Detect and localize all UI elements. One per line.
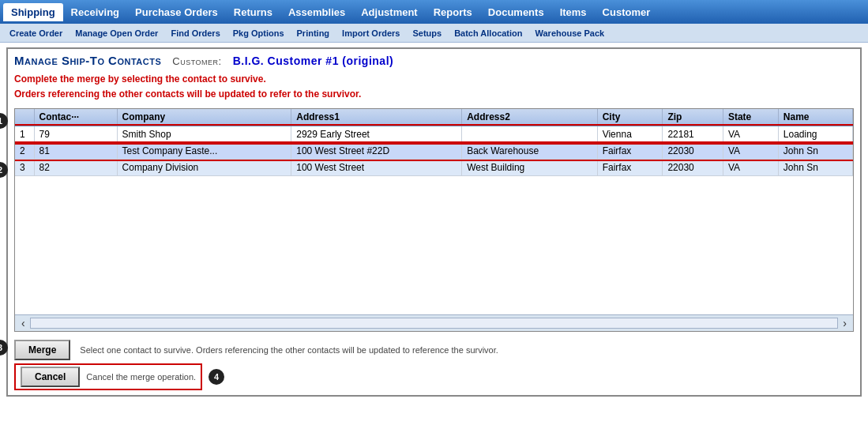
- row2-state: VA: [723, 143, 778, 160]
- col-state: State: [723, 109, 778, 126]
- row2-num: 2: [15, 143, 34, 160]
- col-num: [15, 109, 34, 126]
- subnav-printing[interactable]: Printing: [291, 27, 336, 40]
- merge-row: Merge Select one contact to survive. Ord…: [14, 340, 854, 360]
- annotation-1: 1: [0, 113, 8, 129]
- nav-purchase-orders[interactable]: Purchase Orders: [127, 3, 226, 21]
- row3-num: 3: [15, 160, 34, 176]
- row3-address1: 100 West Street: [291, 160, 462, 176]
- scroll-left-arrow[interactable]: ‹: [18, 317, 28, 329]
- top-nav: Shipping Receiving Purchase Orders Retur…: [0, 0, 868, 24]
- table-row[interactable]: 3 82 Company Division 100 West Street We…: [15, 160, 853, 176]
- row3-state: VA: [723, 160, 778, 176]
- subnav-warehouse-pack[interactable]: Warehouse Pack: [529, 27, 611, 40]
- horizontal-scrollbar[interactable]: [30, 318, 839, 329]
- page-title-text: Manage Ship-To Contacts: [14, 54, 161, 67]
- nav-assemblies[interactable]: Assemblies: [280, 3, 353, 21]
- customer-label: Customer:: [172, 55, 221, 67]
- main-content: Manage Ship-To Contacts Customer: B.I.G.…: [6, 47, 862, 397]
- col-zip: Zip: [663, 109, 723, 126]
- nav-customer[interactable]: Customer: [595, 3, 659, 21]
- row3-address2: West Building: [462, 160, 598, 176]
- page-title: Manage Ship-To Contacts Customer: B.I.G.…: [14, 54, 854, 67]
- row1-name: Loading: [778, 126, 852, 143]
- col-company: Company: [117, 109, 291, 126]
- col-address2: Address2: [462, 109, 598, 126]
- row2-zip: 22030: [663, 143, 723, 160]
- row3-contact: 82: [34, 160, 117, 176]
- row1-address1: 2929 Early Street: [291, 126, 462, 143]
- contacts-table: Contac··· Company Address1 Address2 City…: [15, 109, 853, 176]
- subnav-find-orders[interactable]: Find Orders: [164, 27, 226, 40]
- annotation-3: 3: [0, 340, 8, 356]
- row2-contact: 81: [34, 143, 117, 160]
- row2-company: Test Company Easte...: [117, 143, 291, 160]
- instruction-line2: Orders referencing the other contacts wi…: [14, 87, 854, 102]
- row3-name: John Sn: [778, 160, 852, 176]
- instruction-line1: Complete the merge by selecting the cont…: [14, 72, 854, 87]
- merge-help-text: Select one contact to survive. Orders re…: [80, 345, 498, 355]
- subnav-manage-open-order[interactable]: Manage Open Order: [69, 27, 164, 40]
- nav-documents[interactable]: Documents: [480, 3, 552, 21]
- row2-address2: Back Warehouse: [462, 143, 598, 160]
- subnav-import-orders[interactable]: Import Orders: [336, 27, 406, 40]
- row1-state: VA: [723, 126, 778, 143]
- row2-address1: 100 West Street #22D: [291, 143, 462, 160]
- scroll-right-arrow[interactable]: ›: [840, 317, 850, 329]
- row3-city: Fairfax: [597, 160, 663, 176]
- row3-company: Company Division: [117, 160, 291, 176]
- sub-nav: Create Order Manage Open Order Find Orde…: [0, 24, 868, 43]
- row1-address2: [462, 126, 598, 143]
- row2-city: Fairfax: [597, 143, 663, 160]
- col-name: Name: [778, 109, 852, 126]
- row2-name: John Sn: [778, 143, 852, 160]
- row1-contact: 79: [34, 126, 117, 143]
- nav-receiving[interactable]: Receiving: [63, 3, 127, 21]
- cancel-help-text: Cancel the merge operation.: [86, 372, 196, 382]
- row1-zip: 22181: [663, 126, 723, 143]
- subnav-setups[interactable]: Setups: [406, 27, 448, 40]
- annotation-2: 2: [0, 162, 8, 178]
- table-row[interactable]: 2 81 Test Company Easte... 100 West Stre…: [15, 143, 853, 160]
- nav-shipping[interactable]: Shipping: [3, 3, 63, 21]
- table-row[interactable]: 1 79 Smith Shop 2929 Early Street Vienna…: [15, 126, 853, 143]
- col-city: City: [597, 109, 663, 126]
- scroll-footer: ‹ ›: [15, 314, 853, 331]
- nav-returns[interactable]: Returns: [226, 3, 280, 21]
- table-header-row: Contac··· Company Address1 Address2 City…: [15, 109, 853, 126]
- row3-zip: 22030: [663, 160, 723, 176]
- subnav-pkg-options[interactable]: Pkg Options: [227, 27, 291, 40]
- nav-reports[interactable]: Reports: [426, 3, 480, 21]
- subnav-create-order[interactable]: Create Order: [3, 27, 69, 40]
- col-contact: Contac···: [34, 109, 117, 126]
- subnav-batch-allocation[interactable]: Batch Allocation: [448, 27, 528, 40]
- nav-adjustment[interactable]: Adjustment: [353, 3, 426, 21]
- col-address1: Address1: [291, 109, 462, 126]
- cancel-button[interactable]: Cancel: [21, 367, 80, 387]
- row1-num: 1: [15, 126, 34, 143]
- customer-name: B.I.G. Customer #1 (original): [233, 55, 394, 67]
- annotation-4: 4: [209, 369, 224, 385]
- nav-items[interactable]: Items: [552, 3, 595, 21]
- merge-button[interactable]: Merge: [14, 340, 70, 360]
- row1-city: Vienna: [597, 126, 663, 143]
- instructions: Complete the merge by selecting the cont…: [14, 72, 854, 102]
- row1-company: Smith Shop: [117, 126, 291, 143]
